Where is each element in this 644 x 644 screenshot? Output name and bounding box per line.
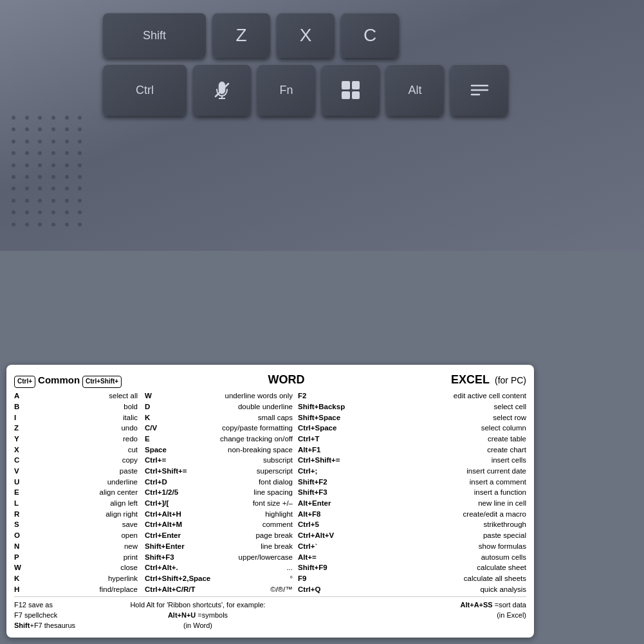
word-action: ©/®/™ [219,584,293,595]
excel-header: EXCEL [451,371,490,388]
key-row-1: Shift Z X C [103,13,638,58]
word-combo: K [145,412,219,423]
speaker-grille: // Will be rendered by JS below [12,116,89,232]
list-item: Zundo [14,423,140,434]
word-combo: Ctrl+Alt+H [145,509,219,520]
excel-combo: Shift+F9 [298,562,356,573]
excel-combo: Alt+= [298,552,356,563]
excel-action: select row [356,412,526,423]
excel-combo: F2 [298,391,356,401]
word-action: copy/paste formatting [219,423,293,434]
list-item: Xcut [14,445,140,455]
list-item: Alt+Enternew line in cell [298,498,526,509]
word-combo: W [145,391,219,401]
ctrl-key[interactable]: Ctrl [103,64,187,116]
list-item: Echange tracking on/off [145,434,293,445]
word-action: upper/lowercase [219,552,293,563]
word-combo: Ctrl+1/2/5 [145,487,219,498]
footer-mid-line: (in Word) [90,621,306,631]
word-combo: Ctrl+Alt+C/R/T [145,584,219,595]
word-action: change tracking on/off [219,434,293,445]
shortcut-desc: copy [23,455,140,466]
word-action: page break [219,530,293,541]
reference-card: Ctrl+ Common Ctrl+Shift+ WORD EXCEL (for… [6,365,534,638]
card-columns: Aselect allBboldIitalicZundoYredoXcutCco… [14,391,526,594]
list-item: Ccopy [14,455,140,466]
list-item: Bbold [14,401,140,412]
footer-mid: Hold Alt for 'Ribbon shortcuts', for exa… [90,600,306,631]
word-combo: Shift+Enter [145,541,219,552]
shortcut-key: B [14,401,23,412]
word-combo: C/V [145,423,219,434]
list-item: Ctrl+Tcreate table [298,434,526,445]
excel-action: new line in cell [356,498,526,509]
x-key[interactable]: X [277,13,335,58]
excel-col: F2edit active cell contentShift+Backspse… [298,391,526,594]
common-header: Common [38,373,80,387]
mic-key[interactable] [193,64,251,116]
word-action: double underline [219,401,293,412]
list-item: Ctrl+Shift+=insert cells [298,455,526,466]
list-item: Ddouble underline [145,401,293,412]
list-item: Ssave [14,519,140,530]
excel-combo: Shift+Backsp [298,401,356,412]
list-item: Alt+F8create/edit a macro [298,509,526,520]
shortcut-key: X [14,445,23,455]
shortcut-key: P [14,552,23,563]
excel-action: show formulas [356,541,526,552]
card-footer: F12 save asF7 spellcheckShift+F7 thesaur… [14,600,526,631]
shortcut-key: C [14,455,23,466]
shortcut-desc: close [23,562,140,573]
c-key[interactable]: C [341,13,399,58]
list-item: Shift+F3insert a function [298,487,526,498]
shortcut-desc: redo [23,434,140,445]
word-action: font size +/– [219,498,293,509]
list-item: Ctrl+Enterpage break [145,530,293,541]
excel-action: insert a function [356,487,526,498]
z-key[interactable]: Z [212,13,270,58]
shift-key[interactable]: Shift [103,13,206,58]
shortcut-desc: bold [23,401,140,412]
footer-right-line: (in Excel) [311,611,526,621]
shortcut-desc: print [23,552,140,563]
shortcut-key: W [14,562,23,573]
list-item: Alt+=autosum cells [298,552,526,563]
windows-icon [342,81,360,99]
list-item: Iitalic [14,412,140,423]
special-key[interactable] [450,64,508,116]
word-action: subscript [219,455,293,466]
excel-action: edit active cell content [356,391,526,401]
excel-action: quick analysis [356,584,526,595]
alt-key[interactable]: Alt [386,64,444,116]
card-header: Ctrl+ Common Ctrl+Shift+ WORD EXCEL (for… [14,371,526,388]
list-item: Shift+Enterline break [145,541,293,552]
word-combo: Ctrl+= [145,455,219,466]
shortcut-desc: new [23,541,140,552]
shortcut-key: E [14,487,23,498]
list-item: Spacenon-breaking space [145,445,293,455]
shortcut-desc: paste [23,466,140,477]
shortcut-key: H [14,584,23,595]
footer-right-line: Alt+A+SS =sort data [311,600,526,611]
word-action: ... [219,562,293,573]
word-combo: Ctrl+]/[ [145,498,219,509]
list-item: Yredo [14,434,140,445]
list-item: Ctrl+Alt+C/R/T©/®/™ [145,584,293,595]
list-item: Pprint [14,552,140,563]
shortcut-desc: italic [23,412,140,423]
fn-key[interactable]: Fn [257,64,315,116]
list-item: Ctrl+1/2/5line spacing [145,487,293,498]
keys-area: Shift Z X C Ctrl Fn [97,6,644,251]
excel-action: create table [356,434,526,445]
word-combo: E [145,434,219,445]
list-item: C/Vcopy/paste formatting [145,423,293,434]
word-action: comment [219,519,293,530]
excel-action: create/edit a macro [356,509,526,520]
footer-left-line: F7 spellcheck [14,611,85,621]
word-action: non-breaking space [219,445,293,455]
excel-combo: Ctrl+Alt+V [298,530,356,541]
word-combo: D [145,401,219,412]
win-key[interactable] [322,64,380,116]
excel-action: calculate sheet [356,562,526,573]
word-action: font dialog [219,477,293,488]
